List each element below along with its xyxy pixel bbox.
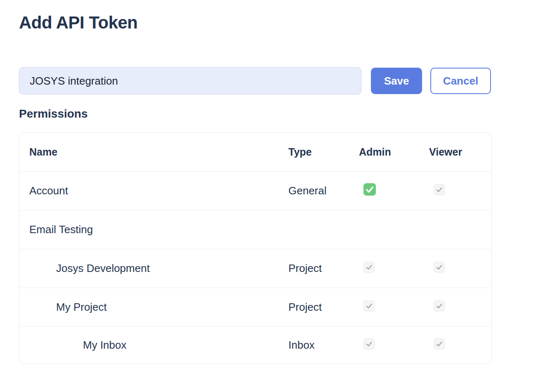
column-header-name: Name bbox=[19, 146, 288, 158]
check-icon bbox=[435, 186, 443, 194]
row-type: General bbox=[288, 184, 359, 197]
admin-checkbox[interactable] bbox=[363, 338, 375, 349]
check-icon bbox=[365, 184, 375, 194]
check-icon bbox=[365, 340, 373, 348]
table-row-account: Account General bbox=[19, 172, 491, 210]
row-name: Account bbox=[19, 184, 288, 197]
table-row-my-inbox: My Inbox Inbox bbox=[19, 327, 491, 364]
column-header-admin: Admin bbox=[359, 146, 429, 158]
table-row-my-project: My Project Project bbox=[19, 288, 491, 327]
token-name-input[interactable] bbox=[19, 67, 361, 94]
row-name: My Project bbox=[19, 301, 288, 314]
permissions-table: Name Type Admin Viewer Account General E… bbox=[19, 132, 492, 364]
admin-checkbox[interactable] bbox=[363, 183, 376, 196]
check-icon bbox=[365, 302, 373, 310]
permissions-heading: Permissions bbox=[19, 108, 538, 120]
check-icon bbox=[435, 263, 443, 271]
row-type: Project bbox=[288, 301, 359, 314]
admin-checkbox[interactable] bbox=[363, 262, 375, 273]
admin-checkbox[interactable] bbox=[363, 300, 375, 312]
row-type: Inbox bbox=[288, 339, 359, 352]
table-header-row: Name Type Admin Viewer bbox=[19, 133, 491, 172]
viewer-checkbox[interactable] bbox=[434, 184, 445, 195]
cancel-button[interactable]: Cancel bbox=[430, 68, 491, 94]
viewer-checkbox[interactable] bbox=[434, 300, 445, 312]
row-type: Project bbox=[288, 262, 359, 275]
row-name: My Inbox bbox=[19, 339, 288, 352]
table-row-josys-development: Josys Development Project bbox=[19, 249, 491, 288]
check-icon bbox=[435, 340, 443, 348]
check-icon bbox=[365, 263, 373, 271]
viewer-checkbox[interactable] bbox=[434, 338, 445, 349]
row-name: Email Testing bbox=[19, 223, 288, 236]
add-api-token-page: Add API Token Save Cancel Permissions Na… bbox=[0, 0, 538, 392]
page-title: Add API Token bbox=[19, 0, 538, 31]
row-name: Josys Development bbox=[19, 262, 288, 275]
save-button[interactable]: Save bbox=[371, 68, 422, 94]
viewer-checkbox[interactable] bbox=[434, 262, 445, 273]
token-form-row: Save Cancel bbox=[19, 67, 538, 94]
check-icon bbox=[435, 302, 443, 310]
column-header-type: Type bbox=[288, 146, 359, 158]
column-header-viewer: Viewer bbox=[429, 146, 491, 158]
table-row-email-testing: Email Testing bbox=[19, 210, 491, 249]
